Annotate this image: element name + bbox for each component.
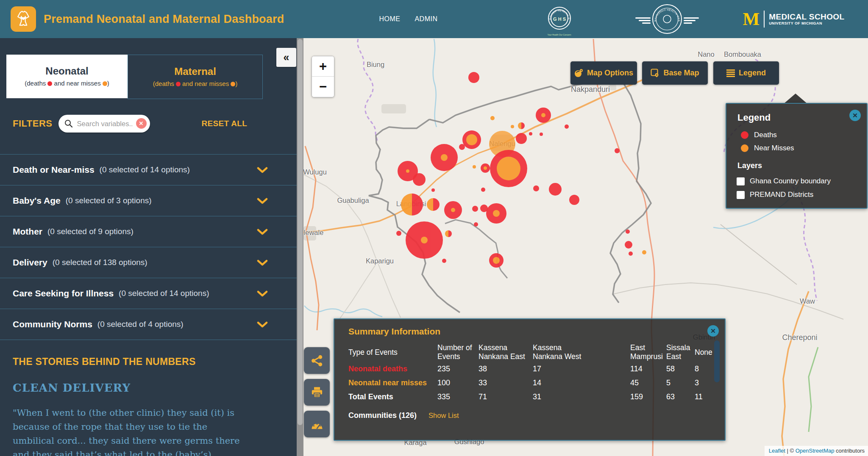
event-bubble[interactable] [431, 144, 458, 171]
event-bubble[interactable] [481, 188, 485, 192]
event-bubble[interactable] [490, 150, 527, 187]
filter-accordion-5[interactable]: Community Norms(0 selected of 4 options) [0, 309, 297, 340]
filter-accordion-0[interactable]: Death or Near-miss(0 selected of 14 opti… [0, 155, 297, 185]
zoom-in-button[interactable]: + [312, 56, 334, 77]
event-bubble[interactable] [540, 133, 543, 136]
summary-value: 31 [533, 390, 630, 404]
wing-icon [635, 17, 651, 22]
accordion-label: Baby's Age [13, 196, 61, 206]
summary-column-header: Type of Events [348, 343, 437, 362]
filter-accordion-3[interactable]: Delivery(0 selected of 138 options) [0, 247, 297, 278]
base-map-button[interactable]: Base Map [642, 61, 708, 85]
scrollbar-thumb[interactable] [298, 39, 303, 425]
summary-value: 8 [695, 362, 716, 376]
legend-dot-icon [741, 131, 748, 139]
event-bubble[interactable] [427, 198, 440, 211]
print-button[interactable] [304, 379, 330, 406]
checkbox-icon[interactable] [737, 191, 745, 199]
search-input[interactable] [76, 119, 133, 128]
chevron-down-icon [257, 260, 268, 266]
near-miss-core-icon [541, 113, 545, 117]
collapse-sidebar-button[interactable]: « [276, 48, 296, 67]
event-bubble[interactable] [481, 163, 490, 173]
event-bubble[interactable] [629, 251, 633, 256]
dashboard-app: BiungNakpanduriWuluguGuabuligalewaleKapa… [0, 0, 868, 456]
wing-icon [684, 17, 699, 22]
event-bubble[interactable] [642, 250, 646, 254]
summary-value: 14 [533, 376, 630, 390]
event-bubble[interactable] [406, 221, 443, 259]
event-bubble[interactable] [396, 231, 401, 236]
accordion-label: Community Norms [13, 319, 92, 329]
summary-value: 335 [437, 390, 479, 404]
event-bubble[interactable] [529, 132, 532, 135]
event-bubble[interactable] [445, 230, 452, 237]
event-bubble[interactable] [549, 183, 562, 196]
share-icon [311, 355, 323, 367]
event-bubble[interactable] [431, 188, 435, 192]
near-miss-dot-icon [231, 82, 235, 86]
event-bubble[interactable] [468, 72, 479, 83]
layer-toggle[interactable]: Ghana Country boundary [737, 174, 867, 188]
event-bubble[interactable] [444, 201, 462, 219]
nav-admin[interactable]: ADMIN [415, 15, 437, 23]
event-bubble[interactable] [472, 206, 478, 212]
event-bubble[interactable] [474, 222, 478, 227]
share-button[interactable] [304, 347, 330, 374]
map-options-button[interactable]: Map Options [570, 61, 637, 85]
event-bubble[interactable] [413, 173, 426, 186]
reset-all-button[interactable]: RESET ALL [202, 119, 248, 128]
event-bubble[interactable] [565, 124, 569, 129]
checkbox-icon[interactable] [737, 177, 745, 185]
event-bubble[interactable] [516, 133, 527, 144]
app-header: Premand Neonatal and Maternal Dashboard … [0, 0, 868, 38]
event-bubble[interactable] [615, 148, 620, 153]
nav-home[interactable]: HOME [379, 15, 400, 23]
event-bubble[interactable] [511, 125, 514, 128]
filters-sidebar: Neonatal (deaths and near misses ) Mater… [0, 38, 297, 456]
summary-column-header: Kassena Nankana West [533, 343, 630, 362]
event-bubble[interactable] [490, 116, 495, 120]
event-bubble[interactable] [486, 203, 506, 224]
summary-row-label: Neonatal near misses [348, 376, 437, 390]
event-bubble[interactable] [462, 130, 481, 149]
event-bubble[interactable] [625, 241, 632, 249]
summary-value: 63 [666, 390, 695, 404]
event-bubble[interactable] [518, 122, 525, 129]
tab-neonatal[interactable]: Neonatal (deaths and near misses ) [6, 55, 128, 98]
gauge-button[interactable] [304, 411, 330, 437]
event-bubble[interactable] [459, 144, 465, 150]
tab-maternal[interactable]: Maternal (deaths and near misses ) [128, 55, 263, 99]
leaflet-link[interactable]: Leaflet [769, 448, 785, 454]
event-bubble[interactable] [473, 165, 476, 169]
filter-accordion-2[interactable]: Mother(0 selected of 9 options) [0, 216, 297, 247]
chevron-down-icon [257, 198, 268, 204]
summary-panel: ✕ Summary Information Type of EventsNumb… [334, 318, 726, 441]
layer-toggle[interactable]: PREMAND Districts [737, 188, 867, 202]
sidebar-scrollbar[interactable] [297, 38, 303, 456]
clear-search-icon[interactable]: ✕ [136, 118, 147, 129]
list-icon [726, 69, 735, 77]
osm-link[interactable]: OpenStreetMap [796, 448, 835, 454]
filter-accordion-1[interactable]: Baby's Age(0 selected of 3 options) [0, 185, 297, 216]
accordion-count: (0 selected of 14 options) [119, 289, 209, 298]
event-bubble[interactable] [626, 229, 630, 234]
legend-button[interactable]: Legend [713, 61, 779, 85]
summary-scrollbar[interactable] [714, 340, 720, 382]
event-bubble[interactable] [533, 185, 539, 191]
summary-column-header: Sissala East [666, 343, 695, 362]
zoom-out-button[interactable]: − [312, 77, 334, 97]
close-summary-icon[interactable]: ✕ [707, 325, 719, 337]
filter-accordion-4[interactable]: Care Seeking for Illness(0 selected of 1… [0, 278, 297, 309]
stories-section: THE STORIES BEHIND THE NUMBERS CLEAN DEL… [0, 356, 297, 456]
event-bubble[interactable] [401, 193, 423, 216]
event-bubble[interactable] [489, 253, 504, 268]
event-bubble[interactable] [442, 259, 446, 263]
event-bubble[interactable] [536, 108, 551, 123]
close-legend-icon[interactable]: ✕ [849, 110, 861, 121]
near-miss-core-icon [493, 210, 500, 217]
search-box[interactable]: ✕ [58, 115, 150, 133]
event-bubble[interactable] [569, 195, 579, 205]
summary-row-label: Neonatal deaths [348, 362, 437, 376]
show-list-link[interactable]: Show List [428, 412, 459, 420]
